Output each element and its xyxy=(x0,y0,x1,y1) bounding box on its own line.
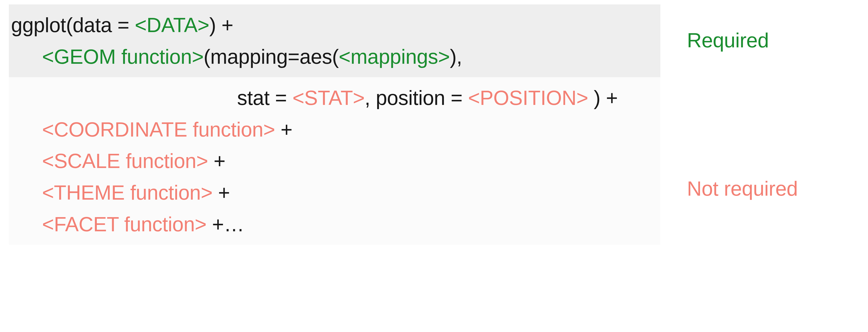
code-line-4: <COORDINATE function> + xyxy=(11,114,654,145)
txt: ) + xyxy=(588,87,618,109)
placeholder-coordinate: <COORDINATE function> xyxy=(42,118,275,141)
code-line-2: <GEOM function>(mapping=aes(<mappings>), xyxy=(11,41,654,73)
code-line-6: <THEME function> + xyxy=(11,177,654,208)
txt: ), xyxy=(450,45,462,68)
page-container: ggplot(data = <DATA>) + <GEOM function>(… xyxy=(0,0,868,332)
code-line-7: <FACET function> +… xyxy=(11,208,654,240)
txt: + xyxy=(275,118,292,141)
code-line-1: ggplot(data = <DATA>) + xyxy=(11,14,234,36)
placeholder-facet: <FACET function> xyxy=(42,213,207,235)
label-required: Required xyxy=(687,29,769,52)
placeholder-scale: <SCALE function> xyxy=(42,150,208,172)
placeholder-geom: <GEOM function> xyxy=(42,45,204,68)
code-line-3: stat = <STAT>, position = <POSITION> ) + xyxy=(11,82,654,114)
txt: stat = xyxy=(237,87,292,109)
placeholder-theme: <THEME function> xyxy=(42,181,213,204)
placeholder-data: <DATA> xyxy=(135,14,209,36)
required-block: ggplot(data = <DATA>) + <GEOM function>(… xyxy=(9,4,660,77)
txt: + xyxy=(208,150,225,172)
txt: +… xyxy=(207,213,244,235)
placeholder-stat: <STAT> xyxy=(292,87,365,109)
txt: + xyxy=(213,181,230,204)
placeholder-mappings: <mappings> xyxy=(339,45,450,68)
label-not-required: Not required xyxy=(687,177,798,200)
code-column: ggplot(data = <DATA>) + <GEOM function>(… xyxy=(9,4,660,245)
txt: ) + xyxy=(209,14,233,36)
txt: (mapping=aes( xyxy=(204,45,339,68)
txt: , position = xyxy=(365,87,468,109)
optional-block: stat = <STAT>, position = <POSITION> ) +… xyxy=(9,77,660,245)
placeholder-position: <POSITION> xyxy=(468,87,588,109)
txt: ggplot(data = xyxy=(11,14,135,36)
code-line-5: <SCALE function> + xyxy=(11,145,654,177)
